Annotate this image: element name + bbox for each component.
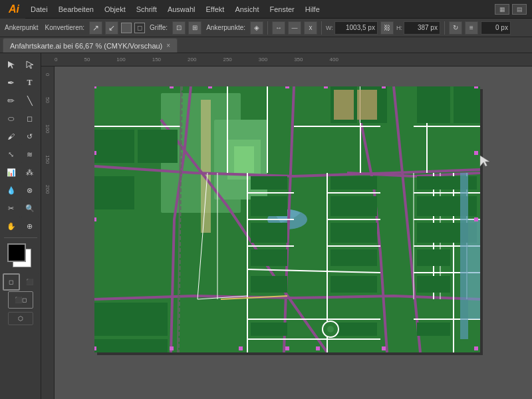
normal-mode-btn[interactable]: ◻ [3,273,20,291]
layout-btn[interactable]: ▤ [512,4,527,15]
menu-auswahl[interactable]: Auswahl [162,0,201,19]
x-input[interactable] [481,21,511,35]
svg-rect-23 [417,276,450,293]
svg-rect-36 [94,339,168,352]
svg-rect-10 [251,249,287,266]
screen-mode-btn[interactable]: ⬛◻ [8,291,33,309]
blend-tool[interactable]: ⊗ [21,182,39,199]
warp-tool[interactable]: ≋ [21,146,39,163]
nav-btn2[interactable]: — [288,21,301,35]
zoom-tool-2[interactable]: ⊕ [21,217,39,235]
griffe-label: Griffe: [148,24,170,31]
menu-hilfe[interactable]: Hilfe [300,0,325,19]
slice-tool[interactable]: ✂ [3,200,20,217]
svg-rect-13 [331,176,377,190]
svg-rect-17 [331,276,377,293]
symbol-tool[interactable]: ⁂ [21,164,39,181]
arrange-btn[interactable]: ⬡ [8,312,33,325]
anchor-top-3 [324,86,328,88]
eyedropper-tool[interactable]: 💧 [3,182,20,199]
tab-close-btn[interactable]: × [166,42,170,49]
canvas-area: 0 50 100 150 200 250 300 350 400 0 50 10… [41,53,532,399]
foreground-color[interactable] [7,243,26,262]
anchor-left-1 [94,151,96,155]
scale-tool[interactable]: ⤡ [3,146,20,163]
svg-rect-8 [251,196,287,216]
tool-row-pen: ✒ T [3,74,39,91]
graph-tool[interactable]: 📊 [3,164,20,181]
cursor-icon [477,153,493,169]
menu-effekt[interactable]: Effekt [200,0,229,19]
hand-tool[interactable]: ✋ [3,217,20,235]
menu-objekt[interactable]: Objekt [99,0,131,19]
tab-bar: Anfahrtskarte.ai bei 66,67 % (CMYK/Vorsc… [0,37,532,53]
menu-datei[interactable]: Datei [25,0,53,19]
anchor-bottom-right [474,346,478,350]
svg-rect-34 [94,176,134,209]
menu-schrift[interactable]: Schrift [131,0,162,19]
menu-bearbeiten[interactable]: Bearbeiten [53,0,99,19]
select-tool[interactable] [3,56,20,73]
convert-corner-btn[interactable]: ↙ [105,21,118,35]
svg-rect-12 [251,323,287,336]
griffe-icon1[interactable]: ⊡ [172,21,186,35]
tool-separator [4,237,37,238]
fill-indicator [121,23,132,33]
width-input[interactable] [334,21,378,35]
rect-tool[interactable]: ◻ [21,110,39,127]
sep3 [444,21,445,35]
sep2 [321,21,322,35]
tool-row-mode: ◻ ⬛ [3,273,39,291]
svg-rect-37 [334,90,354,120]
tool-row-pencil: ✏ ╲ [3,92,39,109]
anchor-right-center [474,217,478,221]
sep1 [267,21,268,35]
nav-btn3[interactable]: x [304,21,317,35]
tool-row-eyedropper: 💧 ⊗ [3,182,39,199]
direct-select-tool[interactable] [21,56,39,73]
pencil-tool[interactable]: ✏ [3,92,20,109]
rotate-btn[interactable]: ↻ [449,21,462,35]
link-proportions-btn[interactable]: ⛓ [380,21,394,35]
anchor-top-1 [170,86,174,88]
line-tool[interactable]: ╲ [21,92,39,109]
convert-smooth-btn[interactable]: ↗ [89,21,102,35]
menu-ansicht[interactable]: Ansicht [229,0,264,19]
document-tab[interactable]: Anfahrtskarte.ai bei 66,67 % (CMYK/Vorsc… [3,38,178,53]
svg-rect-33 [138,130,178,163]
rotate-tool[interactable]: ↺ [21,128,39,145]
zoom-tool[interactable]: 🔍 [21,200,39,217]
height-input[interactable] [404,21,440,35]
svg-rect-42 [468,219,480,319]
left-ruler: 0 50 100 150 200 [41,66,55,399]
svg-rect-41 [460,173,468,339]
tool-row-screen: ⬛◻ [8,291,33,309]
artboard[interactable] [94,86,480,352]
svg-rect-38 [357,90,377,120]
ankerpunkte-icon[interactable]: ◈ [250,21,263,35]
tool-row-graph: 📊 ⁂ [3,164,39,181]
tool-row-scale: ⤡ ≋ [3,146,39,163]
anchor-top-left [94,86,96,88]
nav-btn1[interactable]: ↔ [272,21,285,35]
svg-rect-9 [251,223,287,243]
type-tool[interactable]: T [21,74,39,91]
more-btn[interactable]: ≡ [465,21,478,35]
svg-rect-15 [331,223,377,243]
svg-rect-29 [454,86,480,123]
svg-rect-5 [201,100,211,233]
anchor-bottom-left [94,346,96,350]
svg-rect-4 [234,146,254,173]
height-label: H: [396,25,402,31]
quick-mask-btn[interactable]: ⬛ [21,273,39,291]
brush-tool[interactable]: 🖌 [3,128,20,145]
griffe-icon2[interactable]: ⊞ [188,21,201,35]
main-area: ✒ T ✏ ╲ ⬭ ◻ 🖌 ↺ ⤡ ≋ 📊 ⁂ 💧 ⊗ ✂ 🔍 [0,53,532,399]
workspace-switcher[interactable]: ▦ [495,4,509,15]
menu-fenster[interactable]: Fenster [264,0,299,19]
pen-tool[interactable]: ✒ [3,74,20,91]
svg-rect-32 [94,130,134,163]
ellipse-tool[interactable]: ⬭ [3,110,20,127]
anchor-top-4 [382,86,386,88]
anchor-label: Ankerpunkt [3,24,41,31]
